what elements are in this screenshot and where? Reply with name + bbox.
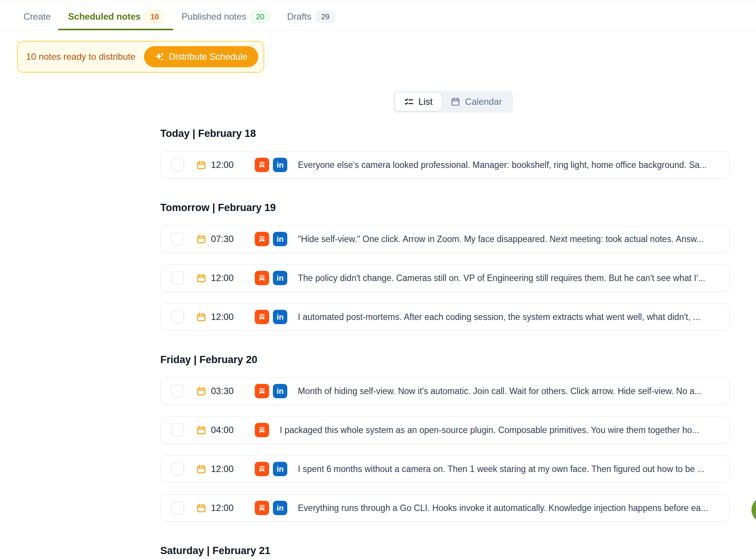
calendar-icon (196, 273, 206, 283)
note-row[interactable]: 12:00 in Everything runs through a Go CL… (160, 494, 730, 522)
row-checkbox[interactable] (171, 385, 184, 398)
drafts-count-badge: 29 (316, 11, 335, 23)
scheduled-time: 12:00 (211, 160, 234, 170)
row-checkbox[interactable] (171, 158, 184, 171)
floating-action-button[interactable] (751, 497, 756, 523)
note-row[interactable]: 04:00 I packaged this whole system as an… (160, 416, 730, 444)
note-row[interactable]: 03:30 in Month of hiding self-view. Now … (160, 377, 730, 405)
calendar-icon (196, 160, 206, 170)
tab-published-notes[interactable]: Published notes 20 (181, 3, 270, 30)
section-header-saturday: Saturday | February 21 (160, 545, 730, 557)
scheduled-notes-list: Today | February 18 12:00 in Everyone el… (160, 128, 730, 557)
linkedin-icon: in (273, 501, 287, 515)
row-checkbox[interactable] (171, 272, 184, 284)
note-row[interactable]: 12:00 in Everyone else's camera looked p… (160, 151, 730, 179)
scheduled-time: 12:00 (211, 312, 234, 322)
calendar-icon (196, 234, 206, 244)
distribute-banner: 10 notes ready to distribute Distribute … (17, 41, 264, 73)
checklist-icon (404, 97, 414, 107)
published-count-badge: 20 (251, 11, 270, 23)
section-header-friday: Friday | February 20 (160, 354, 730, 366)
scheduled-time: 12:00 (211, 464, 234, 474)
scheduled-time: 04:00 (211, 425, 234, 435)
scheduled-time: 12:00 (211, 503, 234, 513)
linkedin-icon: in (273, 158, 287, 172)
substack-icon (255, 462, 269, 476)
calendar-icon (196, 312, 206, 322)
distribute-schedule-button[interactable]: Distribute Schedule (144, 46, 258, 67)
ready-to-distribute-text: 10 notes ready to distribute (26, 51, 136, 62)
note-preview-text: Everything runs through a Go CLI. Hooks … (298, 503, 720, 513)
tab-scheduled-notes[interactable]: Scheduled notes 10 (68, 3, 164, 30)
calendar-icon (196, 386, 206, 396)
view-toggle-calendar[interactable]: Calendar (442, 93, 511, 111)
scheduled-time: 07:30 (211, 234, 234, 244)
substack-icon (255, 310, 269, 324)
note-row[interactable]: 12:00 in The policy didn't change. Camer… (160, 264, 730, 292)
scheduled-count-badge: 10 (145, 11, 164, 23)
substack-icon (255, 384, 269, 398)
calendar-icon (196, 425, 206, 435)
note-preview-text: Everyone else's camera looked profession… (298, 160, 720, 170)
linkedin-icon: in (273, 462, 287, 476)
tab-scheduled-notes-label: Scheduled notes (68, 11, 141, 22)
linkedin-icon: in (273, 271, 287, 285)
note-preview-text: I spent 6 months without a camera on. Th… (298, 464, 720, 474)
row-checkbox[interactable] (171, 502, 184, 514)
tab-create-label: Create (23, 11, 51, 22)
row-checkbox[interactable] (171, 424, 184, 436)
tab-drafts-label: Drafts (287, 11, 311, 22)
substack-icon (255, 271, 269, 285)
row-checkbox[interactable] (171, 233, 184, 245)
section-header-tomorrow: Tomorrow | February 19 (160, 202, 730, 214)
calendar-icon (196, 503, 206, 513)
row-checkbox[interactable] (171, 463, 184, 475)
row-checkbox[interactable] (171, 311, 184, 323)
note-preview-text: I automated post-mortems. After each cod… (298, 312, 720, 322)
tab-drafts[interactable]: Drafts 29 (287, 3, 335, 30)
scheduled-time: 12:00 (211, 273, 234, 283)
substack-icon (255, 423, 269, 437)
view-toggle: List Calendar (393, 91, 513, 113)
linkedin-icon: in (273, 232, 287, 246)
note-row[interactable]: 07:30 in "Hide self-view." One click. Ar… (160, 225, 730, 253)
note-row[interactable]: 12:00 in I automated post-mortems. After… (160, 303, 730, 331)
note-preview-text: I packaged this whole system as an open-… (280, 425, 720, 435)
substack-icon (255, 232, 269, 246)
calendar-icon (196, 464, 206, 474)
tab-bar: Create Scheduled notes 10 Published note… (0, 3, 756, 30)
linkedin-icon: in (273, 310, 287, 324)
distribute-schedule-label: Distribute Schedule (169, 51, 248, 62)
section-header-today: Today | February 18 (160, 128, 730, 140)
view-toggle-list-label: List (418, 96, 432, 107)
scheduled-time: 03:30 (211, 386, 234, 396)
tab-published-notes-label: Published notes (181, 11, 246, 22)
substack-icon (255, 501, 269, 515)
view-toggle-list[interactable]: List (395, 93, 442, 111)
sparkles-icon (155, 52, 164, 62)
substack-icon (255, 158, 269, 172)
view-toggle-calendar-label: Calendar (465, 96, 502, 107)
note-row[interactable]: 12:00 in I spent 6 months without a came… (160, 455, 730, 483)
calendar-icon (451, 97, 460, 107)
note-preview-text: The policy didn't change. Cameras still … (298, 273, 720, 283)
note-preview-text: "Hide self-view." One click. Arrow in Zo… (298, 234, 720, 244)
note-preview-text: Month of hiding self-view. Now it's auto… (298, 386, 720, 396)
linkedin-icon: in (273, 384, 287, 398)
tab-create[interactable]: Create (23, 3, 51, 30)
